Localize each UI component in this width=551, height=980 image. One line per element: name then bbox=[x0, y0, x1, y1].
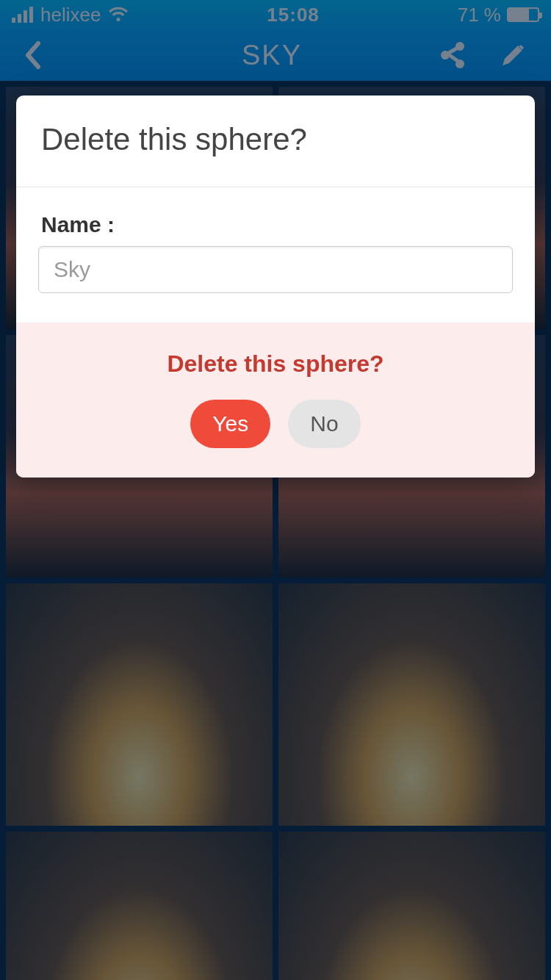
dialog-title: Delete this sphere? bbox=[41, 122, 510, 157]
dialog-header: Delete this sphere? bbox=[16, 96, 535, 187]
name-input[interactable] bbox=[38, 246, 513, 293]
confirm-no-button[interactable]: No bbox=[288, 400, 360, 448]
dialog-body: Name : bbox=[16, 187, 535, 323]
delete-sphere-dialog: Delete this sphere? Name : Delete this s… bbox=[16, 96, 535, 478]
confirm-yes-button[interactable]: Yes bbox=[190, 400, 270, 448]
name-label: Name : bbox=[41, 212, 513, 237]
dialog-danger-zone: Delete this sphere? Yes No bbox=[16, 323, 535, 478]
danger-title: Delete this sphere? bbox=[38, 350, 513, 378]
